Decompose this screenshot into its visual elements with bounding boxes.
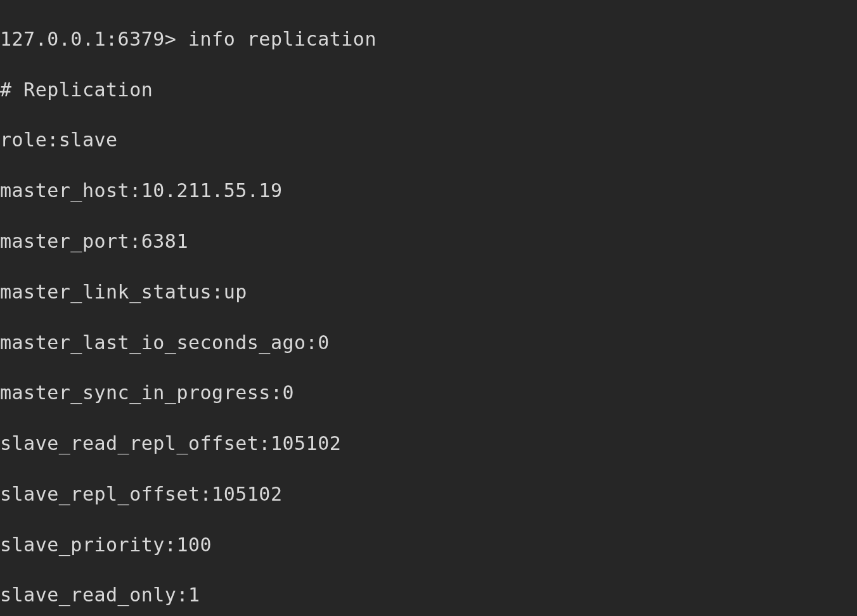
output-line: slave_read_only:1 — [0, 582, 857, 608]
terminal-output[interactable]: 127.0.0.1:6379> info replication # Repli… — [0, 0, 857, 616]
prompt: 127.0.0.1:6379> — [0, 28, 176, 50]
output-line: master_last_io_seconds_ago:0 — [0, 330, 857, 356]
output-line: master_port:6381 — [0, 229, 857, 254]
section-header: # Replication — [0, 77, 857, 103]
output-line: master_link_status:up — [0, 279, 857, 305]
output-line: slave_read_repl_offset:105102 — [0, 431, 857, 456]
output-line: slave_priority:100 — [0, 532, 857, 558]
output-line: slave_repl_offset:105102 — [0, 482, 857, 507]
output-line: master_host:10.211.55.19 — [0, 178, 857, 203]
output-line: role:slave — [0, 127, 857, 153]
output-line: master_sync_in_progress:0 — [0, 380, 857, 406]
command-line: 127.0.0.1:6379> info replication — [0, 27, 857, 52]
command: info replication — [188, 28, 377, 50]
